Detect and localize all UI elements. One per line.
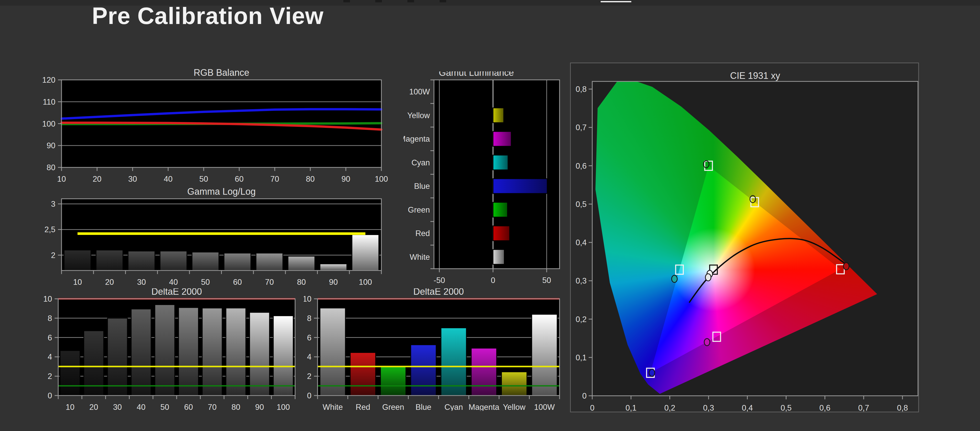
deltae-colors-chart: DeltaE 20000246810WhiteRedGreenBlueCyanM… xyxy=(304,288,582,411)
svg-text:Yellow: Yellow xyxy=(503,403,526,411)
svg-text:60: 60 xyxy=(233,278,242,286)
pre-calibration-view-screen: { "page": { "title": "Pre Calibration Vi… xyxy=(0,0,980,431)
svg-text:100W: 100W xyxy=(534,403,555,411)
bar-20 xyxy=(96,250,123,270)
bar-Red xyxy=(493,226,509,241)
svg-text:50: 50 xyxy=(542,276,551,285)
svg-text:110: 110 xyxy=(43,97,56,107)
svg-text:20: 20 xyxy=(105,278,114,286)
svg-text:90: 90 xyxy=(329,278,338,286)
chart-de-gray-svg: DeltaE 20000246810102030405060708090100 xyxy=(36,288,317,411)
svg-text:50: 50 xyxy=(199,175,208,183)
page-title: Pre Calibration View xyxy=(92,3,324,29)
svg-text:0: 0 xyxy=(48,391,52,400)
svg-text:20: 20 xyxy=(89,403,98,411)
bar-100W xyxy=(532,314,557,396)
svg-text:40: 40 xyxy=(169,278,178,286)
topbar-tab-remnant[interactable] xyxy=(407,0,414,2)
svg-text:0,2: 0,2 xyxy=(664,404,675,412)
svg-text:Cyan: Cyan xyxy=(412,158,430,167)
svg-text:Magenta: Magenta xyxy=(403,135,430,143)
cie-overlay-svg: 00,10,20,30,40,50,60,70,800,10,20,30,40,… xyxy=(571,63,918,412)
svg-text:-50: -50 xyxy=(434,276,445,285)
svg-text:0,2: 0,2 xyxy=(576,315,587,324)
bar-10 xyxy=(64,250,91,270)
svg-text:0,5: 0,5 xyxy=(576,200,587,209)
bar-60 xyxy=(178,307,198,396)
svg-text:0,3: 0,3 xyxy=(576,276,587,285)
measured-cyan xyxy=(671,275,677,283)
svg-text:4: 4 xyxy=(307,352,312,361)
bar-Yellow xyxy=(501,372,527,396)
svg-text:4: 4 xyxy=(48,352,52,361)
svg-text:0,6: 0,6 xyxy=(576,162,587,170)
topbar-tab-remnant[interactable] xyxy=(344,0,350,2)
bar-White xyxy=(320,308,345,396)
svg-text:90: 90 xyxy=(47,141,56,150)
svg-text:0,4: 0,4 xyxy=(742,404,753,412)
chart-gamut-svg: Gamut Luminance100WYellowMagentaCyanBlue… xyxy=(403,72,577,288)
svg-text:8: 8 xyxy=(307,314,312,323)
active-tab-underline xyxy=(601,1,631,2)
svg-text:Yellow: Yellow xyxy=(407,111,430,120)
bar-70 xyxy=(202,308,222,396)
svg-text:50: 50 xyxy=(160,403,169,411)
rgb-balance-chart: RGB Balance80901001101201020304050607080… xyxy=(36,69,406,188)
bar-Magenta xyxy=(493,131,511,146)
svg-text:Green: Green xyxy=(408,205,430,214)
svg-text:20: 20 xyxy=(93,175,101,183)
svg-text:2: 2 xyxy=(307,372,312,381)
svg-text:Blue: Blue xyxy=(415,403,431,411)
bar-Yellow xyxy=(493,108,504,123)
cie-1931-panel: CIE 1931 xy 00,10,20,30,40,50,60,70,800,… xyxy=(570,62,919,412)
measured-white-b xyxy=(705,274,711,281)
axis-labels: 00,10,20,30,40,50,60,70,800,10,20,30,40,… xyxy=(576,85,908,412)
bar-100 xyxy=(274,316,293,396)
gamut-luminance-chart: Gamut Luminance100WYellowMagentaCyanBlue… xyxy=(403,72,577,288)
svg-text:3: 3 xyxy=(51,200,56,208)
svg-text:0,4: 0,4 xyxy=(576,238,587,247)
svg-text:10: 10 xyxy=(73,278,82,286)
bar-90 xyxy=(250,312,270,396)
bar-White xyxy=(493,250,504,264)
svg-text:Blue: Blue xyxy=(414,182,430,191)
bar-Blue xyxy=(411,345,436,396)
svg-text:Cyan: Cyan xyxy=(444,403,463,411)
svg-text:0: 0 xyxy=(307,391,312,400)
svg-text:100: 100 xyxy=(277,403,290,411)
svg-text:Magenta: Magenta xyxy=(468,403,499,411)
target-cyan xyxy=(676,265,683,274)
svg-text:100W: 100W xyxy=(409,87,430,96)
bar-Magenta xyxy=(471,348,497,396)
svg-text:Red: Red xyxy=(356,403,370,411)
bar-80 xyxy=(226,308,246,396)
svg-text:70: 70 xyxy=(265,278,274,286)
svg-text:10: 10 xyxy=(65,403,74,411)
bar-Red xyxy=(350,352,376,396)
svg-text:10: 10 xyxy=(43,294,52,304)
svg-text:DeltaE 2000: DeltaE 2000 xyxy=(151,288,202,297)
svg-text:30: 30 xyxy=(137,278,146,286)
svg-text:100: 100 xyxy=(375,175,388,183)
svg-text:0: 0 xyxy=(582,391,587,401)
svg-text:80: 80 xyxy=(297,278,306,286)
measured-blue xyxy=(649,369,655,376)
svg-text:Gamma Log/Log: Gamma Log/Log xyxy=(187,186,256,197)
target-markers xyxy=(647,161,844,377)
topbar-tab-remnant[interactable] xyxy=(375,0,382,2)
topbar-tab-remnant[interactable] xyxy=(439,0,446,2)
svg-text:Red: Red xyxy=(415,229,430,238)
svg-text:90: 90 xyxy=(342,175,350,183)
svg-text:0,1: 0,1 xyxy=(576,353,587,362)
bar-50 xyxy=(192,252,219,270)
bar-Blue xyxy=(493,179,547,193)
bar-30 xyxy=(128,251,155,270)
svg-text:0,7: 0,7 xyxy=(858,404,869,412)
svg-text:6: 6 xyxy=(48,333,52,342)
svg-text:40: 40 xyxy=(137,403,145,411)
deltae-grayscale-chart: DeltaE 20000246810102030405060708090100 xyxy=(36,288,317,411)
bar-40 xyxy=(131,309,151,396)
planckian-locus-curve xyxy=(689,239,845,303)
bar-10 xyxy=(60,351,80,396)
target-magenta xyxy=(713,332,721,342)
